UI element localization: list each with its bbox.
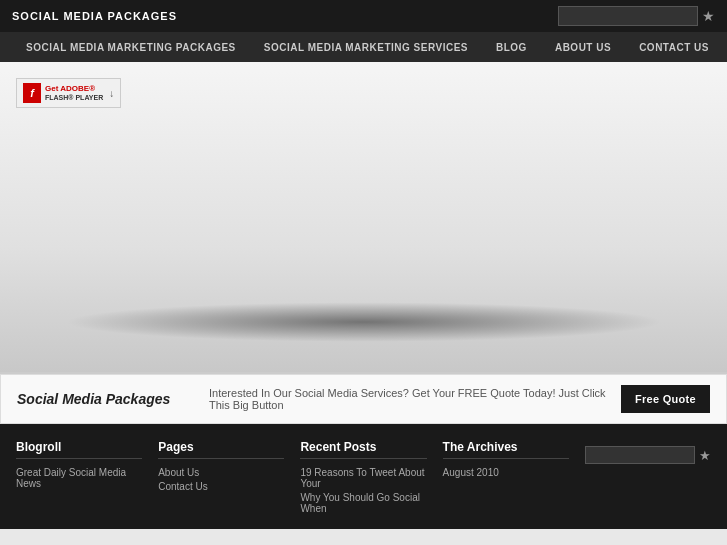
header-search-input[interactable]: [558, 6, 698, 26]
main-content-area: f Get ADOBE® FLASH® PLAYER ↓: [0, 62, 727, 372]
footer-search-area: ★: [585, 446, 711, 464]
flash-area: f Get ADOBE® FLASH® PLAYER ↓: [16, 78, 711, 108]
header-search-area: ★: [558, 6, 715, 26]
nav-item-blog[interactable]: BLOG: [482, 32, 541, 62]
footer-link-social-news[interactable]: Great Daily Social Media News: [16, 467, 142, 489]
flash-download-icon: ↓: [109, 88, 114, 99]
nav-item-contact[interactable]: CONTACT US: [625, 32, 723, 62]
header-star-icon[interactable]: ★: [702, 8, 715, 24]
site-title: SOCIAL MEDIA PACKAGES: [12, 10, 177, 22]
footer-link-contact[interactable]: Contact Us: [158, 481, 284, 492]
cta-logo-text: Social Media Packages: [17, 391, 197, 407]
cta-description: Interested In Our Social Media Services?…: [209, 387, 609, 411]
footer-heading-pages: Pages: [158, 440, 284, 459]
site-header: SOCIAL MEDIA PACKAGES ★: [0, 0, 727, 32]
footer-link-post-2[interactable]: Why You Should Go Social When: [300, 492, 426, 514]
footer-col-archives: The Archives August 2010: [443, 440, 585, 481]
footer-link-aug-2010[interactable]: August 2010: [443, 467, 569, 478]
flash-get-label: Get ADOBE®: [45, 84, 103, 94]
footer-col-search: ★: [585, 440, 711, 464]
footer-link-post-1[interactable]: 19 Reasons To Tweet About Your: [300, 467, 426, 489]
footer-link-about[interactable]: About Us: [158, 467, 284, 478]
cta-banner: Social Media Packages Interested In Our …: [0, 374, 727, 424]
footer-col-blogroll: Blogroll Great Daily Social Media News: [16, 440, 158, 492]
footer-search-input[interactable]: [585, 446, 695, 464]
footer-heading-archives: The Archives: [443, 440, 569, 459]
cta-free-quote-button[interactable]: Free Quote: [621, 385, 710, 413]
flash-icon-letter: f: [30, 87, 34, 99]
footer-col-pages: Pages About Us Contact Us: [158, 440, 300, 495]
site-footer: Blogroll Great Daily Social Media News P…: [0, 424, 727, 529]
footer-heading-recent-posts: Recent Posts: [300, 440, 426, 459]
flash-player-label: FLASH® PLAYER: [45, 94, 103, 102]
nav-item-packages[interactable]: SOCIAL MEDIA MARKETING PACKAGES: [12, 32, 250, 62]
shadow-ellipse: [64, 302, 664, 342]
flash-icon: f: [23, 83, 41, 103]
flash-badge[interactable]: f Get ADOBE® FLASH® PLAYER ↓: [16, 78, 121, 108]
nav-item-services[interactable]: SOCIAL MEDIA MARKETING SERVICES: [250, 32, 482, 62]
nav-item-about[interactable]: ABOUT US: [541, 32, 625, 62]
main-nav: SOCIAL MEDIA MARKETING PACKAGES SOCIAL M…: [0, 32, 727, 62]
flash-text: Get ADOBE® FLASH® PLAYER: [45, 84, 103, 102]
footer-col-recent-posts: Recent Posts 19 Reasons To Tweet About Y…: [300, 440, 442, 517]
footer-heading-blogroll: Blogroll: [16, 440, 142, 459]
footer-star-icon[interactable]: ★: [699, 448, 711, 463]
